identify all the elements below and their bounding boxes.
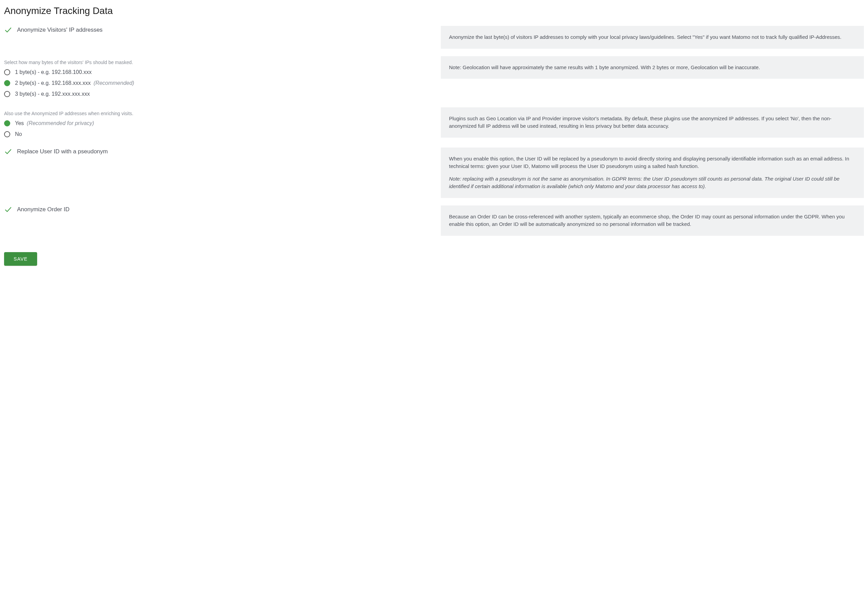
mask-bytes-option-1[interactable]: 1 byte(s) - e.g. 192.168.100.xxx (4, 69, 427, 75)
desc-mask-bytes: Note: Geolocation will have approximatel… (441, 56, 864, 79)
mask-bytes-option-2[interactable]: 2 byte(s) - e.g. 192.168.xxx.xxx (Recomm… (4, 80, 427, 86)
toggle-pseudonym[interactable]: Replace User ID with a pseudonym (4, 148, 427, 156)
section-enrich: Also use the Anonymized IP addresses whe… (4, 107, 864, 140)
enrich-radio-group: Yes (Recommended for privacy) No (4, 120, 427, 137)
desc-enrich-text: Plugins such as Geo Location via IP and … (449, 115, 856, 130)
section-anonymize-ip: Anonymize Visitors' IP addresses Anonymi… (4, 26, 864, 49)
desc-anonymize-ip-text: Anonymize the last byte(s) of visitors I… (449, 34, 856, 41)
enrich-option-yes[interactable]: Yes (Recommended for privacy) (4, 120, 427, 127)
radio-icon (4, 69, 10, 75)
radio-hint: (Recommended for privacy) (27, 120, 94, 126)
check-icon (4, 26, 12, 34)
radio-icon (4, 131, 10, 137)
desc-mask-bytes-text: Note: Geolocation will have approximatel… (449, 64, 856, 72)
check-icon (4, 206, 12, 214)
desc-order-id-text: Because an Order ID can be cross-referen… (449, 213, 856, 228)
enrich-label: Also use the Anonymized IP addresses whe… (4, 111, 427, 116)
section-order-id: Anonymize Order ID Because an Order ID c… (4, 206, 864, 236)
desc-pseudonym-text1: When you enable this option, the User ID… (449, 155, 856, 170)
section-mask-bytes: Select how many bytes of the visitors' I… (4, 56, 864, 100)
radio-hint: (Recommended) (94, 80, 134, 86)
radio-label: Yes (15, 120, 24, 126)
radio-icon (4, 80, 10, 86)
desc-enrich: Plugins such as Geo Location via IP and … (441, 107, 864, 138)
radio-icon (4, 120, 10, 127)
desc-pseudonym-text2: Note: replacing with a pseudonym is not … (449, 175, 856, 191)
radio-label: 2 byte(s) - e.g. 192.168.xxx.xxx (15, 80, 91, 86)
radio-icon (4, 91, 10, 97)
mask-bytes-option-3[interactable]: 3 byte(s) - e.g. 192.xxx.xxx.xxx (4, 91, 427, 97)
toggle-order-id[interactable]: Anonymize Order ID (4, 206, 427, 214)
page-title: Anonymize Tracking Data (4, 5, 864, 16)
check-icon (4, 148, 12, 156)
radio-label: 3 byte(s) - e.g. 192.xxx.xxx.xxx (15, 91, 90, 97)
toggle-anonymize-ip-label: Anonymize Visitors' IP addresses (17, 27, 102, 34)
radio-label: 1 byte(s) - e.g. 192.168.100.xxx (15, 69, 91, 75)
mask-bytes-label: Select how many bytes of the visitors' I… (4, 59, 427, 65)
toggle-anonymize-ip[interactable]: Anonymize Visitors' IP addresses (4, 26, 427, 34)
save-button[interactable]: SAVE (4, 252, 37, 266)
radio-label: No (15, 131, 22, 137)
section-pseudonym: Replace User ID with a pseudonym When yo… (4, 148, 864, 198)
toggle-order-id-label: Anonymize Order ID (17, 206, 70, 213)
toggle-pseudonym-label: Replace User ID with a pseudonym (17, 148, 108, 155)
enrich-option-no[interactable]: No (4, 131, 427, 137)
mask-bytes-radio-group: 1 byte(s) - e.g. 192.168.100.xxx 2 byte(… (4, 69, 427, 97)
desc-pseudonym: When you enable this option, the User ID… (441, 148, 864, 198)
desc-order-id: Because an Order ID can be cross-referen… (441, 206, 864, 236)
desc-anonymize-ip: Anonymize the last byte(s) of visitors I… (441, 26, 864, 49)
